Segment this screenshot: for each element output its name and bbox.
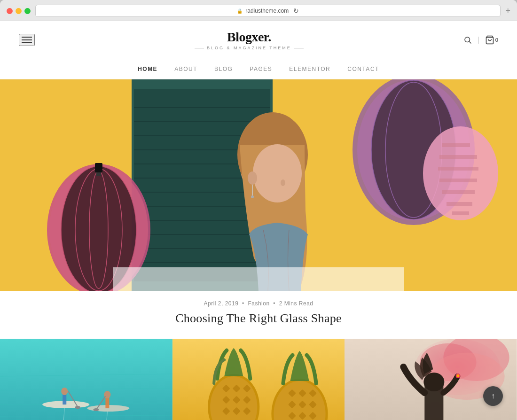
nav-item-pages[interactable]: PAGES: [250, 66, 272, 72]
hero-illustration: [0, 79, 517, 291]
article-grid: [0, 339, 517, 420]
grid-image-1: [0, 339, 172, 420]
svg-point-102: [457, 374, 460, 377]
svg-point-58: [61, 388, 68, 395]
hero-section: April 2, 2019 • Fashion • 2 Mins Read Ch…: [0, 79, 517, 339]
cart-count: 0: [495, 37, 498, 43]
hero-title: Choosing The Right Glass Shape: [19, 311, 498, 326]
nav-item-contact[interactable]: CONTACT: [347, 66, 379, 72]
hamburger-button[interactable]: [19, 34, 35, 46]
hamburger-line-1: [22, 37, 32, 38]
traffic-lights: [7, 8, 31, 14]
scroll-top-icon: ↑: [491, 392, 495, 400]
hero-caption: April 2, 2019 • Fashion • 2 Mins Read Ch…: [0, 291, 517, 339]
hero-dot-2: •: [273, 300, 275, 307]
svg-point-45: [281, 179, 285, 186]
hero-date: April 2, 2019: [204, 300, 238, 307]
logo-sub-text: BLOG & MAGAZINE THEME: [195, 46, 304, 50]
main-navigation: HOME ABOUT BLOG PAGES ELEMENTOR CONTACT: [0, 59, 517, 79]
svg-rect-24: [96, 172, 101, 176]
grid-item-2[interactable]: [172, 339, 345, 420]
svg-point-46: [248, 171, 257, 185]
traffic-light-red[interactable]: [7, 8, 13, 14]
hero-category: Fashion: [248, 300, 269, 307]
nav-item-home[interactable]: HOME: [138, 66, 157, 72]
svg-rect-51: [0, 339, 172, 420]
logo-main-text: Blogxer.: [195, 30, 304, 45]
scroll-top-button[interactable]: ↑: [483, 386, 503, 406]
nav-item-blog[interactable]: BLOG: [214, 66, 233, 72]
address-bar[interactable]: 🔒 radiustheme.com ↻: [35, 5, 501, 17]
hamburger-line-3: [22, 42, 32, 43]
hamburger-line-2: [22, 39, 32, 40]
site-header: Blogxer. BLOG & MAGAZINE THEME |: [0, 21, 517, 59]
hero-read-time: 2 Mins Read: [279, 300, 313, 307]
grid-image-3: [345, 339, 517, 420]
nav-item-elementor[interactable]: ELEMENTOR: [289, 66, 330, 72]
refresh-icon[interactable]: ↻: [293, 7, 299, 15]
site-logo: Blogxer. BLOG & MAGAZINE THEME: [195, 30, 304, 50]
svg-point-65: [93, 408, 99, 411]
header-divider: |: [478, 36, 479, 44]
new-tab-button[interactable]: +: [505, 7, 510, 15]
browser-window: 🔒 radiustheme.com ↻ + Blogxer. BLOG & MA…: [0, 0, 517, 420]
hero-meta: April 2, 2019 • Fashion • 2 Mins Read: [19, 300, 498, 307]
svg-rect-23: [95, 163, 102, 172]
search-icon: [463, 36, 472, 44]
svg-rect-49: [113, 267, 404, 291]
search-button[interactable]: [463, 36, 472, 44]
header-actions: | 0: [463, 35, 498, 45]
svg-point-34: [423, 126, 498, 220]
hero-dot-1: •: [242, 300, 244, 307]
traffic-light-green[interactable]: [24, 8, 31, 14]
website-content: Blogxer. BLOG & MAGAZINE THEME |: [0, 21, 517, 420]
svg-point-44: [253, 144, 302, 202]
grid-item-1[interactable]: [0, 339, 172, 420]
svg-point-98: [424, 373, 445, 391]
lock-icon: 🔒: [237, 8, 243, 14]
grid-item-3[interactable]: [345, 339, 517, 420]
cart-button[interactable]: 0: [485, 35, 498, 45]
svg-point-0: [465, 37, 470, 42]
svg-point-48: [251, 195, 254, 198]
nav-item-about[interactable]: ABOUT: [174, 66, 197, 72]
hero-image: [0, 79, 517, 291]
browser-chrome: 🔒 radiustheme.com ↻ +: [0, 0, 517, 21]
traffic-light-yellow[interactable]: [16, 8, 22, 14]
svg-point-60: [75, 406, 80, 409]
cart-icon: [485, 35, 494, 45]
svg-line-1: [469, 41, 471, 43]
svg-point-22: [89, 171, 108, 288]
grid-image-2: [172, 339, 345, 420]
url-text: radiustheme.com: [245, 8, 289, 14]
